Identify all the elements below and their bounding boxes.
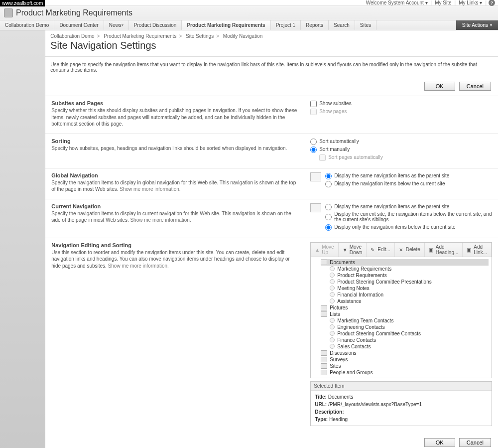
tab-news[interactable]: News (104, 20, 129, 30)
my-site-link[interactable]: My Site (432, 0, 454, 5)
show-more-link[interactable]: Show me more information. (120, 186, 180, 192)
move-down-button[interactable]: ▼Move Down (339, 243, 367, 257)
selected-item-panel: Selected Item Title: Documents URL: /PMR… (310, 381, 492, 427)
cancel-button-top[interactable]: Cancel (459, 82, 491, 91)
selected-url: /PMR/_layouts/viewlsts.aspx?BaseType=1 (328, 402, 422, 407)
tab-reports[interactable]: Reports (301, 20, 329, 30)
tree-node[interactable]: Financial Information (330, 292, 489, 298)
section-desc: Specify the navigation items to display … (51, 210, 298, 224)
add-link-button[interactable]: ▣Add Link... (463, 243, 492, 257)
breadcrumb-item[interactable]: Product Marketing Requirements (104, 33, 176, 39)
section-subsites-pages: Subsites and Pages Specify whether this … (45, 96, 498, 134)
tree-node-sites[interactable]: Sites (321, 363, 489, 369)
tree-node-lists[interactable]: Lists (321, 311, 489, 317)
edit-button[interactable]: ✎Edit... (367, 243, 395, 257)
breadcrumb-item[interactable]: Site Settings (186, 33, 214, 39)
global-same-radio[interactable]: Display the same navigation items as the… (325, 172, 492, 179)
breadcrumb-item[interactable]: Collaboration Demo (50, 33, 94, 39)
section-title: Subsites and Pages (51, 100, 298, 106)
section-title: Global Navigation (51, 172, 298, 178)
label: Type: (315, 417, 328, 422)
welcome-menu[interactable]: Welcome System Account ▾ (363, 0, 431, 5)
arrow-down-icon: ▼ (343, 247, 348, 252)
tree-node-discussions[interactable]: Discussions (321, 350, 489, 356)
section-title: Sorting (51, 138, 298, 144)
left-gutter (0, 30, 45, 448)
folder-icon (321, 311, 327, 317)
tab-product-marketing-requirements[interactable]: Product Marketing Requirements (182, 20, 270, 30)
show-pages-checkbox[interactable]: Show pages (310, 108, 492, 115)
section-current-nav: Current Navigation Specify the navigatio… (45, 199, 498, 238)
tree-node[interactable]: Product Steering Committee Presentations (330, 279, 489, 285)
tree-node-people-groups[interactable]: People and Groups (321, 369, 489, 376)
sort-auto-radio[interactable]: Sort automatically (310, 138, 492, 145)
watermark: www.zeallsoft.com (0, 0, 45, 6)
tab-document-center[interactable]: Document Center (54, 20, 104, 30)
tab-sites[interactable]: Sites (355, 20, 376, 30)
section-sorting: Sorting Specify how subsites, pages, hea… (45, 134, 498, 168)
folder-icon (321, 357, 327, 362)
tree-node-pictures[interactable]: Pictures (321, 304, 489, 311)
tree-node-documents[interactable]: Documents (321, 259, 489, 266)
link-icon (330, 318, 335, 323)
tree-node-surveys[interactable]: Surveys (321, 356, 489, 363)
tab-project-1[interactable]: Project 1 (271, 20, 301, 30)
current-same-radio[interactable]: Display the same navigation items as the… (325, 203, 492, 210)
show-more-link[interactable]: Show me more information. (108, 263, 169, 269)
link-icon (330, 324, 335, 329)
tab-search[interactable]: Search (329, 20, 355, 30)
tree-node[interactable]: Finance Contacts (330, 337, 489, 343)
link-icon (330, 331, 335, 336)
cancel-button-bottom[interactable]: Cancel (459, 438, 491, 447)
site-title: Product Marketing Requirements (16, 8, 132, 17)
site-logo-icon (4, 8, 13, 17)
add-heading-button[interactable]: ▣Add Heading... (425, 243, 463, 257)
global-below-radio[interactable]: Display the navigation items below the c… (325, 180, 492, 187)
breadcrumb-item[interactable]: Modify Navigation (223, 33, 262, 39)
site-actions-menu[interactable]: Site Actions (456, 20, 498, 30)
add-link-icon: ▣ (467, 247, 472, 252)
tree-node[interactable]: Assistance (330, 298, 489, 304)
section-desc: Specify the navigation items to display … (51, 179, 298, 193)
selected-type: Heading (329, 417, 348, 422)
section-global-nav: Global Navigation Specify the navigation… (45, 168, 498, 199)
show-subsites-checkbox[interactable]: Show subsites (310, 100, 492, 107)
section-desc: Use this section to reorder and modify t… (51, 249, 298, 270)
arrow-up-icon: ▲ (315, 247, 320, 252)
my-links-menu[interactable]: My Links ▾ (456, 0, 485, 5)
sort-pages-auto-checkbox[interactable]: Sort pages automatically (319, 154, 492, 160)
move-up-button[interactable]: ▲Move Up (311, 243, 338, 257)
ok-button-bottom[interactable]: OK (424, 438, 455, 447)
tab-collaboration-demo[interactable]: Collaboration Demo (0, 20, 54, 30)
link-icon (330, 299, 335, 303)
tab-product-discussion[interactable]: Product Discussion (129, 20, 182, 30)
delete-icon: ✕ (399, 247, 404, 252)
help-icon[interactable]: ? (489, 0, 495, 6)
folder-icon (321, 260, 327, 265)
link-icon (330, 273, 335, 278)
tree-node[interactable]: Marketing Team Contacts (330, 317, 489, 324)
current-nav-icon (310, 203, 321, 212)
section-nav-editing: Navigation Editing and Sorting Use this … (45, 238, 498, 433)
tree-node[interactable]: Sales Contacts (330, 343, 489, 350)
top-nav-tabs: Collaboration Demo Document Center News … (0, 20, 498, 30)
intro-text: Use this page to specify the navigation … (45, 56, 498, 78)
section-desc: Specify how subsites, pages, headings an… (51, 145, 298, 152)
page-title: Site Navigation Settings (45, 39, 498, 56)
title-bar: Product Marketing Requirements (0, 6, 498, 20)
current-siblings-radio[interactable]: Display the current site, the navigation… (325, 211, 492, 222)
ok-button-top[interactable]: OK (424, 82, 455, 91)
tree-node[interactable]: Product Steering Committee Contacts (330, 330, 489, 337)
current-only-radio[interactable]: Display only the navigation items below … (325, 224, 492, 230)
sort-manual-radio[interactable]: Sort manually (310, 146, 492, 152)
tree-node[interactable]: Engineering Contacts (330, 324, 489, 330)
section-title: Navigation Editing and Sorting (51, 242, 298, 248)
section-title: Current Navigation (51, 203, 298, 209)
show-more-link[interactable]: Show me more information. (130, 217, 191, 223)
tree-node[interactable]: Marketing Requirements (330, 266, 489, 272)
selected-item-header: Selected Item (311, 382, 492, 391)
folder-icon (321, 370, 327, 375)
delete-button[interactable]: ✕Delete (395, 243, 425, 257)
tree-node[interactable]: Product Requirements (330, 272, 489, 279)
tree-node[interactable]: Meeting Notes (330, 285, 489, 292)
